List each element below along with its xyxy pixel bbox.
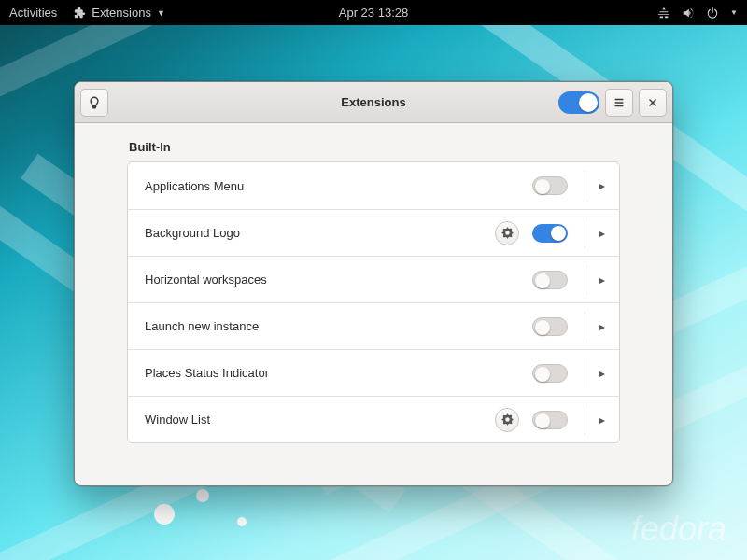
extension-row: Launch new instance▸ [128, 302, 619, 349]
extension-settings-button[interactable] [495, 221, 519, 245]
extension-name: Applications Menu [145, 179, 244, 193]
separator [585, 171, 585, 201]
separator [585, 218, 585, 248]
extension-name: Background Logo [145, 226, 240, 240]
separator [585, 312, 585, 342]
extension-toggle[interactable] [532, 317, 568, 336]
extension-row: Horizontal workspaces▸ [128, 256, 619, 302]
chevron-down-icon: ▼ [730, 8, 738, 17]
extension-name: Places Status Indicator [145, 366, 269, 380]
extension-toggle[interactable] [532, 176, 568, 195]
gear-icon [501, 413, 514, 426]
separator [585, 265, 585, 295]
expand-button[interactable]: ▸ [599, 320, 606, 333]
hamburger-menu-button[interactable] [605, 89, 633, 117]
extension-toggle[interactable] [532, 411, 568, 429]
close-icon [646, 96, 659, 109]
extension-name: Window List [145, 413, 210, 427]
gnome-top-bar: Activities Extensions ▼ Apr 23 13:28 ▼ [0, 0, 747, 25]
separator [585, 358, 585, 388]
extension-toggle[interactable] [532, 271, 568, 289]
extension-name: Launch new instance [145, 319, 259, 333]
extension-row: Window List▸ [128, 396, 619, 442]
close-button[interactable] [639, 89, 667, 117]
expand-button[interactable]: ▸ [599, 227, 606, 240]
master-toggle[interactable] [558, 91, 599, 114]
window-title: Extensions [341, 95, 405, 109]
app-menu-extensions[interactable]: Extensions ▼ [74, 6, 165, 20]
system-status-area[interactable]: ▼ [657, 7, 738, 20]
chevron-down-icon: ▼ [157, 8, 165, 18]
network-icon [657, 7, 670, 20]
volume-icon [682, 7, 695, 20]
extension-toggle[interactable] [532, 364, 568, 383]
puzzle-icon [74, 7, 86, 19]
expand-button[interactable]: ▸ [599, 367, 606, 380]
top-bar-clock[interactable]: Apr 23 13:28 [339, 6, 408, 20]
window-header: Extensions [75, 82, 672, 123]
app-menu-label: Extensions [92, 6, 151, 20]
extension-row: Applications Menu▸ [128, 162, 619, 209]
hamburger-icon [613, 96, 626, 109]
extension-row: Places Status Indicator▸ [128, 349, 619, 396]
window-body: Built-In Applications Menu▸Background Lo… [75, 123, 672, 485]
extension-name: Horizontal workspaces [145, 273, 267, 287]
extensions-window: Extensions Built-In Applications Menu▸Ba… [74, 81, 673, 486]
fedora-wordmark: fedora [631, 510, 726, 549]
expand-button[interactable]: ▸ [599, 179, 606, 192]
section-label-builtin: Built-In [129, 140, 618, 154]
extension-settings-button[interactable] [495, 408, 519, 432]
extension-row: Background Logo▸ [128, 209, 619, 256]
about-button[interactable] [80, 89, 108, 117]
expand-button[interactable]: ▸ [599, 273, 606, 287]
extension-list: Applications Menu▸Background Logo▸Horizo… [127, 161, 620, 443]
activities-button[interactable]: Activities [9, 6, 57, 20]
expand-button[interactable]: ▸ [599, 413, 606, 427]
gear-icon [501, 227, 514, 239]
extension-toggle[interactable] [532, 224, 568, 243]
lightbulb-icon [88, 96, 101, 109]
separator [585, 405, 585, 435]
power-icon [706, 7, 719, 20]
